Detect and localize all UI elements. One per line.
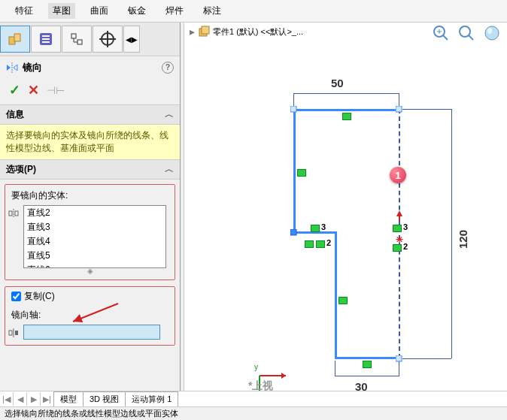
appearance-icon[interactable]	[481, 23, 502, 44]
svg-rect-6	[71, 34, 76, 38]
svg-rect-4	[42, 38, 50, 40]
menu-weldment[interactable]: 焊件	[161, 3, 188, 19]
constraint-number: 3	[321, 222, 326, 231]
section-info-head[interactable]: 信息 ︿	[0, 104, 180, 125]
mirror-icon	[6, 62, 18, 74]
svg-rect-11	[9, 211, 12, 216]
svg-point-22	[460, 26, 470, 37]
axis-input[interactable]	[23, 325, 160, 340]
ok-button[interactable]: ✓	[9, 82, 20, 98]
menu-sheetmetal[interactable]: 钣金	[123, 3, 150, 19]
svg-point-24	[485, 26, 499, 40]
svg-rect-14	[9, 331, 12, 335]
copy-label: 复制(C)	[24, 290, 55, 303]
mirror-entities-icon	[8, 205, 20, 221]
horizontal-constraint-icon	[363, 361, 372, 368]
zoom-area-icon[interactable]	[456, 23, 477, 44]
endpoint-icon	[396, 106, 403, 113]
horizontal-constraint-icon	[342, 113, 351, 120]
endpoint-icon	[396, 355, 403, 363]
tab-nav-next[interactable]: ▶	[27, 392, 41, 406]
tab-3dview[interactable]: 3D 视图	[83, 391, 126, 406]
axis-label: 镜向轴:	[8, 307, 172, 325]
list-item[interactable]: 直线2	[24, 206, 165, 220]
prop-actions: ✓ ✕ ⊣⊢	[0, 79, 180, 104]
tab-feature-manager[interactable]	[0, 26, 30, 53]
origin-marker-icon: ✳	[396, 234, 403, 245]
constraint-icon	[311, 225, 320, 232]
section-options-head[interactable]: 选项(P) ︿	[0, 159, 180, 180]
menu-sketch[interactable]: 草图	[48, 3, 75, 19]
svg-rect-29	[290, 229, 296, 235]
menu-surface[interactable]: 曲面	[86, 3, 113, 19]
dim-top-value: 50	[331, 77, 344, 89]
breadcrumb-part-label[interactable]: 零件1 (默认) <<默认>_...	[213, 26, 303, 38]
info-body: 选择要镜向的实体及镜向所绕的线条、线性模型边线、基准面或平面	[0, 125, 180, 159]
arrow-up-icon	[396, 210, 402, 221]
tab-nav-first[interactable]: |◀	[0, 392, 14, 406]
svg-rect-3	[42, 35, 50, 37]
vertical-constraint-icon	[339, 297, 348, 304]
tab-config-manager[interactable]	[62, 26, 92, 53]
tab-property-manager[interactable]	[31, 26, 61, 53]
constraint-number: 3	[403, 222, 408, 231]
constraint-icon	[393, 225, 402, 232]
chevron-up-icon: ︿	[165, 163, 174, 176]
entities-label: 要镜向的实体:	[8, 188, 172, 205]
svg-rect-15	[15, 331, 18, 335]
entities-group: 要镜向的实体: 直线2 直线3 直线4 直线5 直线6 ◈	[5, 184, 175, 280]
tree-icon	[68, 31, 85, 47]
svg-line-19	[443, 35, 448, 40]
menu-bar: 特征 草图 曲面 钣金 焊件 标注	[0, 0, 507, 23]
section-options-label: 选项(P)	[6, 163, 36, 176]
svg-point-25	[487, 28, 492, 34]
view-toolbar	[430, 23, 502, 44]
svg-rect-12	[15, 211, 18, 216]
pushpin-button[interactable]: ⊣⊢	[47, 84, 65, 96]
breadcrumb: ▸ 零件1 (默认) <<默认>_...	[190, 26, 303, 38]
property-panel: ◀▶ 镜向 ? ✓ ✕ ⊣⊢ 信息 ︿ 选择要镜向的实体及镜向所绕的线条、线性模…	[0, 23, 181, 420]
tab-model[interactable]: 模型	[53, 391, 83, 406]
list-item[interactable]: 直线6	[24, 263, 165, 268]
tab-motionstudy[interactable]: 运动算例 1	[125, 391, 178, 406]
graphics-viewport[interactable]: ▸ 零件1 (默认) <<默认>_... 50 120	[181, 23, 507, 420]
svg-rect-1	[14, 34, 20, 41]
endpoint-icon	[290, 106, 298, 113]
constraint-icon	[393, 244, 402, 252]
horizontal-constraint-icon	[305, 240, 314, 248]
section-info-label: 信息	[6, 108, 24, 121]
constraint-icon	[316, 240, 325, 248]
mirror-axis-icon	[8, 325, 20, 340]
tab-overflow[interactable]: ◀▶	[123, 26, 140, 53]
svg-rect-7	[77, 40, 82, 44]
svg-rect-27	[396, 106, 402, 112]
dim-right-value: 120	[457, 230, 469, 249]
tab-nav-last[interactable]: ▶|	[41, 392, 54, 406]
chevron-up-icon: ︿	[165, 108, 174, 121]
tab-nav-prev[interactable]: ◀	[14, 392, 27, 406]
list-item[interactable]: 直线4	[24, 234, 165, 249]
cancel-button[interactable]: ✕	[28, 82, 39, 98]
breadcrumb-arrow-icon[interactable]: ▸	[190, 26, 195, 38]
part-icon	[198, 26, 210, 38]
status-text: 选择镜向所绕的线条或线性模型边线或平面实体	[5, 409, 178, 418]
svg-rect-28	[396, 355, 402, 361]
list-item[interactable]: 直线3	[24, 220, 165, 234]
prop-title: 镜向	[23, 61, 42, 74]
vertical-constraint-icon	[297, 169, 306, 177]
endpoint-icon	[290, 229, 298, 237]
tab-dimxpert[interactable]	[93, 26, 123, 53]
menu-features[interactable]: 特征	[11, 3, 38, 19]
copy-checkbox[interactable]	[11, 292, 21, 301]
help-icon[interactable]: ?	[162, 62, 174, 74]
panel-tabs: ◀▶	[0, 23, 180, 56]
zoom-fit-icon[interactable]	[430, 23, 451, 44]
prop-header: 镜向 ?	[0, 56, 180, 79]
svg-text:y: y	[254, 363, 258, 371]
entities-listbox[interactable]: 直线2 直线3 直线4 直线5 直线6	[23, 205, 166, 268]
svg-rect-5	[42, 41, 50, 43]
axis-group: 复制(C) 镜向轴:	[5, 286, 175, 346]
status-bar: 选择镜向所绕的线条或线性模型边线或平面实体	[0, 406, 507, 420]
menu-annotation[interactable]: 标注	[199, 3, 226, 19]
list-item[interactable]: 直线5	[24, 249, 165, 263]
